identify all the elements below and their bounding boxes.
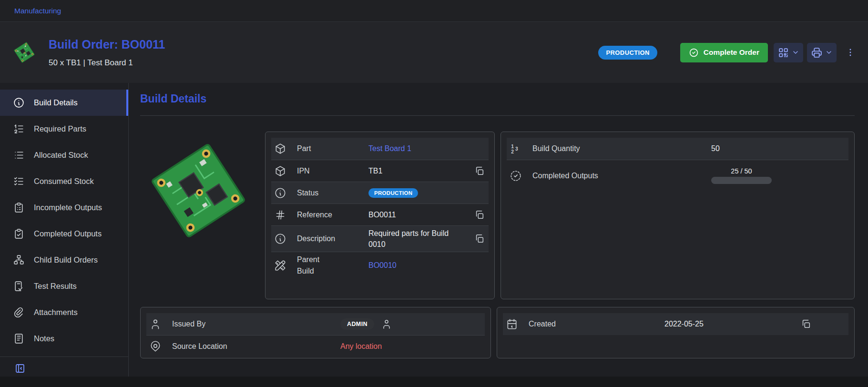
box-icon xyxy=(274,165,286,177)
sidebar-item-label: Test Results xyxy=(34,282,77,291)
detail-row-description: Description Required parts for Build 001… xyxy=(271,225,489,252)
detail-label: Reference xyxy=(297,211,368,219)
barcode-actions-button[interactable] xyxy=(774,43,803,62)
header-titles: Build Order: BO0011 50 x TB1 | Test Boar… xyxy=(49,38,165,68)
page: Manufacturing Build Order: BO0011 50 x T… xyxy=(0,0,868,387)
issued-by-badge: ADMIN xyxy=(340,318,374,330)
copy-button[interactable] xyxy=(800,318,812,330)
breadcrumb: Manufacturing xyxy=(0,0,868,22)
panel-title: Build Details xyxy=(140,92,855,105)
copy-icon xyxy=(801,319,811,329)
sidebar-item-required-parts[interactable]: Required Parts xyxy=(0,116,128,142)
breadcrumb-link-manufacturing[interactable]: Manufacturing xyxy=(14,7,61,15)
detail-row-status: Status PRODUCTION xyxy=(271,182,489,204)
pcb-thumbnail-image xyxy=(11,40,37,65)
sidebar-item-completed-outputs[interactable]: Completed Outputs xyxy=(0,221,128,247)
detail-row-reference: Reference BO0011 xyxy=(271,204,489,225)
header-left: Build Order: BO0011 50 x TB1 | Test Boar… xyxy=(11,38,165,68)
panel-divider xyxy=(140,115,855,116)
copy-button[interactable] xyxy=(473,209,486,221)
page-subtitle: 50 x TB1 | Test Board 1 xyxy=(49,58,165,68)
calendar-icon xyxy=(506,318,518,330)
box-icon xyxy=(274,143,286,155)
print-actions-button[interactable] xyxy=(807,43,837,62)
list-icon xyxy=(13,149,25,161)
detail-row-ipn: IPN TB1 xyxy=(271,160,489,182)
map-pin-icon xyxy=(149,340,162,353)
tools-icon xyxy=(274,259,286,272)
sidebar-item-label: Allocated Stock xyxy=(34,151,88,160)
sidebar-item-label: Child Build Orders xyxy=(34,255,98,265)
sidebar-item-label: Completed Outputs xyxy=(34,229,102,238)
sidebar-item-incomplete-outputs[interactable]: Incomplete Outputs xyxy=(0,194,128,221)
sidebar-item-consumed-stock[interactable]: Consumed Stock xyxy=(0,168,128,194)
progress-bar: 25 / 50 xyxy=(711,167,772,184)
clipboard-icon xyxy=(13,202,25,214)
paperclip-icon xyxy=(13,306,25,318)
clipboard-check-icon xyxy=(13,228,25,240)
collapse-sidebar-button[interactable] xyxy=(0,363,27,374)
part-image[interactable] xyxy=(140,132,256,249)
detail-label: Parent Build xyxy=(297,254,327,277)
sidebar-item-attachments[interactable]: Attachments xyxy=(0,299,128,326)
sidebar-divider xyxy=(0,356,128,357)
sidebar-item-notes[interactable]: Notes xyxy=(0,326,128,352)
detail-label: Build Quantity xyxy=(532,144,711,153)
hash-icon xyxy=(274,209,286,221)
detail-row-created: Created 2022-05-25 xyxy=(503,313,848,335)
detail-label: Source Location xyxy=(172,342,340,351)
file-check-icon xyxy=(13,280,25,292)
user-avatar-icon xyxy=(381,318,392,330)
sidebar: Build Details Required Parts Allocated S… xyxy=(0,83,129,377)
complete-order-button[interactable]: Complete Order xyxy=(680,43,768,62)
part-link[interactable]: Test Board 1 xyxy=(368,144,411,153)
detail-row-completed-outputs: Completed Outputs 25 / 50 xyxy=(507,160,848,191)
detail-value: Required parts for Build 0010 xyxy=(368,228,453,250)
dots-vertical-icon xyxy=(845,46,856,59)
header-actions: PRODUCTION Complete Order xyxy=(598,43,856,62)
detail-value: 50 xyxy=(711,144,827,153)
sidebar-item-label: Consumed Stock xyxy=(34,177,94,186)
sidebar-item-label: Attachments xyxy=(34,308,78,317)
detail-row-build-quantity: 123 Build Quantity 50 xyxy=(507,138,848,160)
detail-label: Status xyxy=(297,189,368,197)
created-card: Created 2022-05-25 xyxy=(497,307,855,358)
copy-button[interactable] xyxy=(473,233,486,245)
issue-card: Issued By ADMIN Source Location Any loca… xyxy=(140,307,491,358)
svg-text:2: 2 xyxy=(511,149,514,154)
sidebar-item-test-results[interactable]: Test Results xyxy=(0,273,128,299)
detail-label: Description xyxy=(297,234,368,243)
detail-row-issued-by: Issued By ADMIN xyxy=(146,313,485,335)
info-circle-icon xyxy=(274,187,286,199)
detail-label: Completed Outputs xyxy=(532,172,711,180)
part-image-column xyxy=(140,132,259,299)
status-badge: PRODUCTION xyxy=(598,46,657,60)
source-location-value: Any location xyxy=(340,342,463,351)
progress-text: 25 / 50 xyxy=(711,167,772,175)
detail-value: TB1 xyxy=(368,167,467,175)
user-icon xyxy=(149,318,162,330)
notes-icon xyxy=(13,333,25,345)
complete-order-label: Complete Order xyxy=(704,48,759,57)
list-check-icon xyxy=(13,175,25,187)
page-title: Build Order: BO0011 xyxy=(49,38,165,51)
sidebar-collapse-icon xyxy=(14,363,26,374)
sidebar-item-build-details[interactable]: Build Details xyxy=(0,90,128,116)
detail-value: BO0011 xyxy=(368,211,467,219)
detail-row-parent-build: Parent Build BO0010 xyxy=(271,252,489,279)
more-actions-button[interactable] xyxy=(845,46,856,59)
qrcode-icon xyxy=(777,47,789,59)
copy-button[interactable] xyxy=(473,165,486,177)
sidebar-item-label: Notes xyxy=(34,334,54,343)
numbers-123-icon: 123 xyxy=(510,143,522,155)
build-details-card: Part Test Board 1 IPN TB1 xyxy=(265,132,495,299)
detail-row-source-location: Source Location Any location xyxy=(146,335,485,357)
part-thumbnail[interactable] xyxy=(11,40,37,65)
info-circle-icon xyxy=(13,97,25,109)
sidebar-item-child-build-orders[interactable]: Child Build Orders xyxy=(0,247,128,273)
progress-check-icon xyxy=(510,170,522,182)
svg-text:3: 3 xyxy=(515,146,518,152)
sidebar-item-allocated-stock[interactable]: Allocated Stock xyxy=(0,142,128,168)
parent-build-link[interactable]: BO0010 xyxy=(368,261,397,270)
progress-track xyxy=(711,177,772,184)
